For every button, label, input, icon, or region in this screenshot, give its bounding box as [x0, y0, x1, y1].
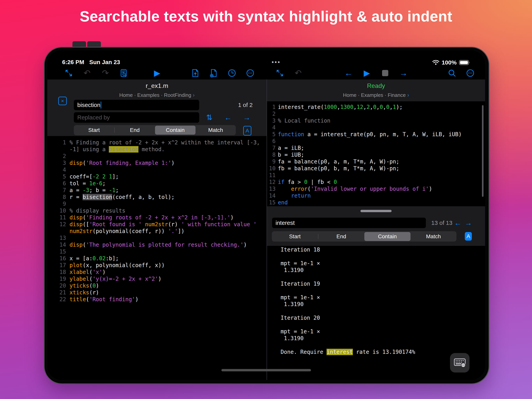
code-token: -2 2 1: [93, 174, 112, 180]
code-token: ): [96, 283, 99, 289]
multitask-dots-icon[interactable]: •••: [272, 59, 281, 67]
keyboard-button[interactable]: [450, 353, 469, 373]
ipad-frame: 6:26 PM Sun Jan 23 ••• 100%: [44, 47, 489, 384]
line-number: 20: [47, 283, 70, 289]
code-token: bisection: [82, 194, 112, 200]
line-number: 8: [47, 194, 70, 200]
export-file-icon[interactable]: [191, 68, 200, 78]
redo-icon[interactable]: ↷: [101, 68, 110, 78]
match-case-toggle[interactable]: A: [243, 126, 251, 135]
previous-match-icon[interactable]: ←: [454, 218, 462, 228]
line-number: 8: [267, 152, 278, 158]
search-input[interactable]: bisection: [74, 100, 199, 110]
new-file-icon[interactable]: [209, 68, 218, 78]
code-token: 0: [93, 283, 96, 289]
replace-input[interactable]: Replaced by: [74, 112, 199, 123]
code-token: ,: [337, 104, 340, 110]
search-icon[interactable]: [447, 68, 457, 78]
line-number: 13: [47, 235, 70, 241]
line-number: 19: [47, 276, 70, 282]
code-token: 0: [373, 104, 376, 110]
code-token: fa >: [285, 179, 304, 185]
line-number: 9: [267, 158, 278, 165]
mode-contain[interactable]: Contain: [155, 126, 196, 135]
mode-match[interactable]: Match: [411, 232, 457, 241]
find-in-document-icon[interactable]: [119, 68, 128, 78]
chevron-right-icon: ›: [407, 92, 409, 98]
code-token: a = interest_rate(p0, pn, m, T, A, W, iL…: [304, 131, 462, 138]
code-token: ): [171, 160, 175, 166]
expand-icon[interactable]: [275, 68, 285, 78]
code-token: 1e-6: [89, 180, 102, 187]
step-back-icon[interactable]: ←: [344, 68, 353, 78]
more-icon[interactable]: [466, 68, 475, 78]
mode-contain[interactable]: Contain: [364, 232, 411, 241]
drag-handle[interactable]: [361, 210, 392, 212]
run-icon[interactable]: ▶: [152, 68, 162, 78]
code-token: 1000: [324, 104, 337, 110]
breadcrumb[interactable]: Home · Examples · Finance›: [267, 92, 485, 98]
code-token: 1.3190: [281, 301, 304, 308]
code-token: % Finding a root of -2 + 2x + x^2 within…: [70, 139, 260, 146]
code-token: ): [243, 242, 247, 248]
step-forward-icon[interactable]: →: [399, 68, 408, 78]
match-case-toggle[interactable]: A: [465, 232, 472, 241]
code-editor[interactable]: 1% Finding a root of -2 + 2x + x^2 withi…: [47, 136, 266, 380]
code-token: ;: [115, 187, 119, 193]
next-match-icon[interactable]: →: [464, 218, 473, 228]
code-line: 15end: [267, 199, 485, 206]
console-search-value: interest: [276, 219, 295, 226]
breadcrumb[interactable]: Home · Examples · RootFinding›: [47, 92, 266, 98]
more-icon[interactable]: [246, 68, 255, 78]
code-line: 1.3190: [281, 301, 485, 308]
code-line: 5coeff=[-2 2 1];: [47, 173, 266, 180]
mode-start[interactable]: Start: [272, 232, 318, 241]
code-line: 22title('Root finding'): [47, 296, 266, 303]
replace-all-icon[interactable]: ⇅: [205, 112, 214, 123]
code-token: 'Root finding': [89, 296, 135, 302]
mode-match[interactable]: Match: [196, 126, 236, 135]
code-token: bisection: [109, 146, 139, 153]
toolbar-left-pane: ↶ ↷ ▶: [47, 67, 267, 79]
line-number: 15: [47, 248, 70, 255]
mode-start[interactable]: Start: [74, 126, 114, 135]
mode-end[interactable]: End: [115, 126, 155, 135]
run-icon[interactable]: ▶: [362, 68, 372, 78]
code-line: 6: [267, 138, 485, 145]
code-line: 4: [267, 124, 485, 131]
line-number: 5: [47, 174, 70, 180]
stop-icon[interactable]: [380, 68, 390, 78]
code-token: 'Finding roots of -2 + 2x + x^2 in [-3,-…: [86, 214, 230, 221]
code-viewer[interactable]: 1interest_rate(1000,1300,12,2,0,0,0,1);2…: [267, 101, 485, 206]
line-number: 4: [47, 167, 70, 173]
history-icon[interactable]: [227, 68, 237, 78]
vertical-scrollbar[interactable]: [482, 105, 483, 197]
previous-match-icon[interactable]: ←: [224, 112, 232, 123]
code-token: 'The polynomial is plotted for result ch…: [86, 242, 243, 248]
expand-icon[interactable]: [64, 68, 73, 78]
code-token: (: [307, 186, 311, 192]
undo-icon[interactable]: ↶: [293, 68, 303, 78]
home-indicator[interactable]: [222, 369, 311, 371]
code-token: (: [82, 242, 86, 248]
code-token: disp: [70, 242, 82, 248]
code-line: [281, 342, 485, 348]
code-token: (: [89, 269, 93, 275]
undo-icon[interactable]: ↶: [82, 68, 92, 78]
mode-end[interactable]: End: [318, 232, 365, 241]
code-line: 1.3190: [281, 267, 485, 274]
file-title: r_ex1.m: [47, 82, 266, 90]
code-line: 14 return: [267, 192, 485, 199]
line-number: 12: [267, 179, 278, 185]
code-token: title: [70, 296, 86, 302]
code-token: (: [82, 160, 86, 166]
hero-title: Searchable texts with syntax highlight &…: [0, 8, 532, 25]
code-line: 12disp(['Root found is ' num2str(r) ' wi…: [47, 221, 266, 228]
code-token: coeff=[: [70, 174, 93, 180]
line-number: 2: [47, 153, 70, 159]
console-search-input[interactable]: interest: [272, 218, 426, 228]
line-number: 10: [267, 165, 278, 172]
next-match-icon[interactable]: →: [242, 112, 251, 123]
code-line: mpt = 1e-1 ×: [281, 328, 485, 335]
code-token: );: [396, 104, 403, 110]
